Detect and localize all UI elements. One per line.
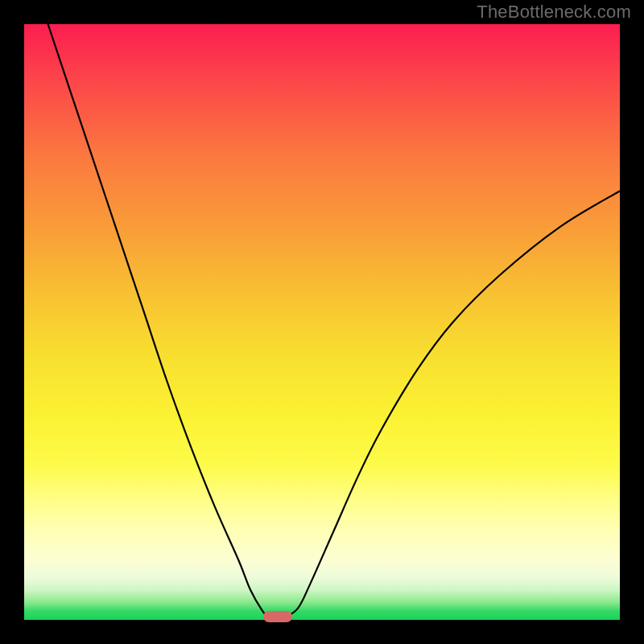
watermark-text: TheBottleneck.com [477, 2, 631, 23]
plot-area [24, 24, 620, 620]
curve-layer [24, 24, 620, 620]
left-branch-line [48, 24, 269, 617]
minimum-marker [263, 611, 292, 622]
chart-frame: TheBottleneck.com [0, 0, 644, 644]
right-branch-line [287, 191, 620, 617]
